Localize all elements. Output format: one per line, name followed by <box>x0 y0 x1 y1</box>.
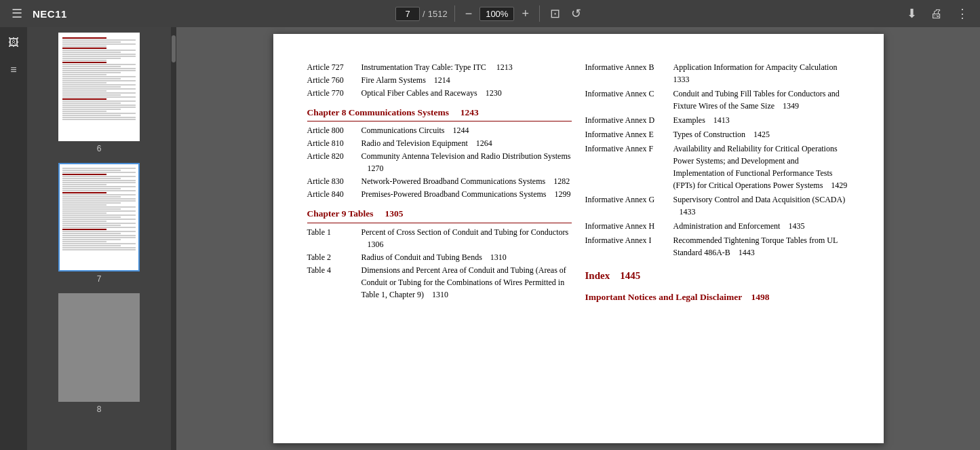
sidebar-icon-strip: 🖼 ≡ <box>0 27 27 450</box>
table-4-entry: Table 4 Dimensions and Percent Area of C… <box>307 264 572 301</box>
important-page: 1498 <box>751 292 769 302</box>
bookmarks-icon-button[interactable]: ≡ <box>6 60 20 80</box>
app-title: NEC11 <box>33 8 67 20</box>
annex-d-text: Examples 1413 <box>673 114 850 126</box>
document-viewer[interactable]: Article 727 Instrumentation Tray Cable: … <box>176 27 980 450</box>
article-760-text: Fire Alarm Systems 1214 <box>361 74 572 86</box>
thumbnails-icon: 🖼 <box>8 37 19 48</box>
zoom-out-icon: − <box>465 7 473 21</box>
chapter-8-heading: Chapter 8 Communications Systems 1243 <box>307 106 572 121</box>
toc-left-column: Article 727 Instrumentation Tray Cable: … <box>307 61 572 304</box>
annex-i-label: Informative Annex I <box>585 234 673 259</box>
table-1-text: Percent of Cross Section of Conduit and … <box>361 226 572 250</box>
page-total: 1512 <box>428 9 448 19</box>
annex-h-entry: Informative Annex H Administration and E… <box>585 220 850 232</box>
divider-2 <box>539 5 540 22</box>
more-icon: ⋮ <box>956 6 968 21</box>
page-separator: / <box>423 9 425 19</box>
article-810-text: Radio and Television Equipment 1264 <box>361 137 572 149</box>
annex-d-entry: Informative Annex D Examples 1413 <box>585 114 850 126</box>
annex-h-text: Administration and Enforcement 1435 <box>673 220 850 232</box>
zoom-in-icon: + <box>522 7 529 21</box>
article-760-label: Article 760 <box>307 74 361 86</box>
article-830-entry: Article 830 Network-Powered Broadband Co… <box>307 175 572 187</box>
annex-g-label: Informative Annex G <box>585 193 673 218</box>
annex-g-entry: Informative Annex G Supervisory Control … <box>585 193 850 218</box>
annex-b-label: Informative Annex B <box>585 61 673 86</box>
article-820-label: Article 820 <box>307 150 361 174</box>
sidebar: 🖼 ≡ <box>0 27 176 450</box>
annex-c-entry: Informative Annex C Conduit and Tubing F… <box>585 88 850 112</box>
article-800-entry: Article 800 Communications Circuits 1244 <box>307 124 572 136</box>
thumbnail-8-image <box>58 293 140 402</box>
table-2-text: Radius of Conduit and Tubing Bends 1310 <box>361 251 572 263</box>
menu-button[interactable]: ☰ <box>8 5 26 22</box>
sidebar-scroll-thumb[interactable] <box>172 35 176 62</box>
annex-b-text: Application Information for Ampacity Cal… <box>673 61 850 86</box>
thumbnail-page-6[interactable]: 6 <box>30 30 168 156</box>
sidebar-scroll-track[interactable] <box>171 27 176 450</box>
table-1-label: Table 1 <box>307 226 361 250</box>
table-1-entry: Table 1 Percent of Cross Section of Cond… <box>307 226 572 250</box>
article-830-text: Network-Powered Broadband Communications… <box>361 175 572 187</box>
thumb-7-content <box>60 164 138 270</box>
annex-e-label: Informative Annex E <box>585 128 673 140</box>
download-icon: ⬇ <box>907 6 917 21</box>
thumbnail-page-7[interactable]: 7 <box>30 160 168 286</box>
thumbnail-6-image <box>58 33 140 141</box>
annex-d-label: Informative Annex D <box>585 114 673 126</box>
history-icon: ↺ <box>571 6 581 21</box>
article-727-label: Article 727 <box>307 61 361 73</box>
toolbar-left: ☰ NEC11 <box>8 5 390 22</box>
download-button[interactable]: ⬇ <box>903 5 920 22</box>
divider-1 <box>454 5 455 22</box>
index-label: Index <box>585 270 610 281</box>
toc-columns: Article 727 Instrumentation Tray Cable: … <box>307 61 850 304</box>
annex-f-label: Informative Annex F <box>585 143 673 191</box>
table-4-text: Dimensions and Percent Area of Conduit a… <box>361 264 572 301</box>
thumbnail-page-8[interactable]: 8 <box>30 290 168 417</box>
annex-f-text: Availability and Reliability for Critica… <box>673 143 850 191</box>
hamburger-icon: ☰ <box>12 6 22 21</box>
important-label: Important Notices and Legal Disclaimer <box>585 292 742 302</box>
sidebar-content: 🖼 ≡ <box>0 27 176 450</box>
page-number-input[interactable] <box>395 7 420 21</box>
chapter-9-heading: Chapter 9 Tables 1305 <box>307 207 572 223</box>
toolbar-center: / 1512 − 100% + ⊡ ↺ <box>395 5 585 22</box>
zoom-in-button[interactable]: + <box>518 5 532 22</box>
important-heading: Important Notices and Legal Disclaimer 1… <box>585 290 850 304</box>
annex-e-text: Types of Construction 1425 <box>673 128 850 140</box>
thumb-6-content <box>60 34 138 140</box>
annex-c-text: Conduit and Tubing Fill Tables for Condu… <box>673 88 850 112</box>
index-heading: Index 1445 <box>585 268 850 284</box>
article-810-entry: Article 810 Radio and Television Equipme… <box>307 137 572 149</box>
zoom-out-button[interactable]: − <box>462 5 476 22</box>
article-727-entry: Article 727 Instrumentation Tray Cable: … <box>307 61 572 73</box>
article-760-entry: Article 760 Fire Alarm Systems 1214 <box>307 74 572 86</box>
more-options-button[interactable]: ⋮ <box>953 5 972 22</box>
article-770-label: Article 770 <box>307 87 361 99</box>
toc-right-column: Informative Annex B Application Informat… <box>585 61 850 304</box>
article-810-label: Article 810 <box>307 137 361 149</box>
zoom-level: 100% <box>479 7 514 21</box>
history-button[interactable]: ↺ <box>568 5 585 22</box>
article-820-text: Community Antenna Television and Radio D… <box>361 150 572 174</box>
print-icon: 🖨 <box>930 7 943 21</box>
table-2-entry: Table 2 Radius of Conduit and Tubing Ben… <box>307 251 572 263</box>
thumbnail-7-image <box>58 163 140 271</box>
toolbar: ☰ NEC11 / 1512 − 100% + ⊡ ↺ ⬇ 🖨 <box>0 0 980 27</box>
thumbnail-6-label: 6 <box>97 144 102 153</box>
article-800-label: Article 800 <box>307 124 361 136</box>
thumbnails-panel[interactable]: 6 <box>27 27 171 450</box>
annex-h-label: Informative Annex H <box>585 220 673 232</box>
article-830-label: Article 830 <box>307 175 361 187</box>
print-button[interactable]: 🖨 <box>927 5 946 22</box>
thumbnail-8-label: 8 <box>97 405 102 414</box>
fit-page-button[interactable]: ⊡ <box>547 5 564 22</box>
article-800-text: Communications Circuits 1244 <box>361 124 572 136</box>
fit-page-icon: ⊡ <box>550 6 560 21</box>
article-840-text: Premises-Powered Broadband Communication… <box>361 188 572 200</box>
toolbar-right: ⬇ 🖨 ⋮ <box>590 5 972 22</box>
thumbnails-icon-button[interactable]: 🖼 <box>4 33 23 53</box>
table-2-label: Table 2 <box>307 251 361 263</box>
